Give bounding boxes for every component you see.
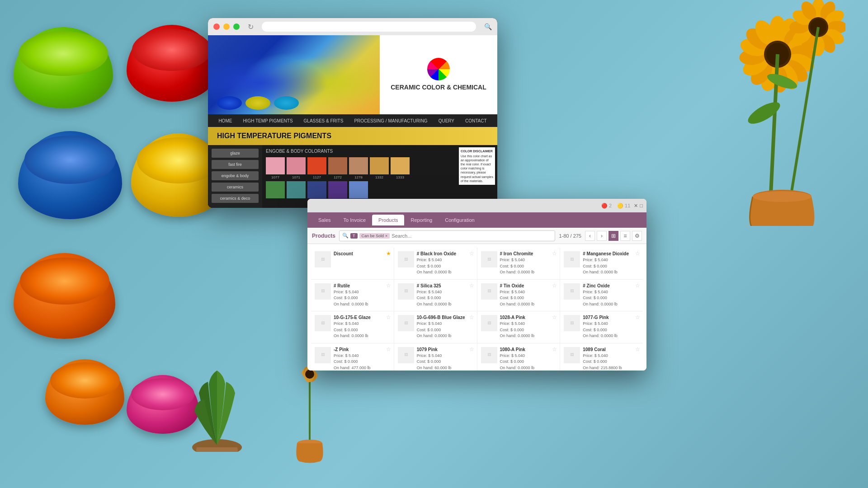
product-img-placeholder-8: 🖼 [321, 321, 325, 325]
product-price-silica: Price: $ 5.040 [417, 289, 473, 296]
erp-maximize-icon[interactable]: □ [640, 203, 643, 208]
browser-minimize-btn[interactable] [223, 23, 230, 30]
tab-to-invoice[interactable]: To Invoice [337, 215, 373, 225]
product-card-1089-coral[interactable]: 🖼 1089 Coral Price: $ 5.040 Cost: $ 0.00… [560, 343, 643, 371]
product-star-manganese[interactable]: ☆ [635, 250, 640, 257]
swatch-green[interactable] [266, 181, 285, 198]
product-card-1080a[interactable]: 🖼 1080-A Pink Price: $ 5.040 Cost: $ 0.0… [477, 343, 560, 371]
product-star-1077g[interactable]: ☆ [635, 314, 640, 320]
product-info-tin: # Tin Oxide Price: $ 5.040 Cost: $ 0.000… [500, 283, 557, 308]
settings-view-btn[interactable]: ⚙ [632, 231, 642, 241]
swatch-1127[interactable]: 1127 [307, 157, 326, 179]
nav-contact[interactable]: CONTACT [460, 118, 492, 123]
swatch-blue2[interactable] [307, 181, 326, 198]
sidebar-glaze[interactable]: glaze [212, 149, 259, 158]
kanban-view-btn[interactable]: ⊞ [609, 231, 618, 241]
search-input[interactable] [392, 233, 552, 239]
erp-close-icon[interactable]: ✕ [634, 203, 638, 209]
swatch-ltblue[interactable] [349, 181, 368, 198]
product-image-1079: 🖼 [398, 347, 414, 363]
product-price-1089: Price: $ 5.040 [583, 353, 639, 359]
logo-color-wheel [427, 58, 450, 80]
browser-close-btn[interactable] [213, 23, 220, 30]
search-tag-remove[interactable]: × [385, 234, 387, 238]
swatch-1332[interactable]: 1332 [370, 157, 389, 179]
search-tag-can-be-sold[interactable]: Can be Sold × [359, 233, 390, 239]
nav-processing[interactable]: PROCESSING / MANUFACTURING [349, 118, 433, 123]
next-page-btn[interactable]: › [597, 231, 607, 241]
sidebar-fast-fire[interactable]: fast fire [212, 160, 259, 169]
product-price-glaze-e: Price: $ 5.040 [334, 321, 390, 327]
erp-notification-1[interactable]: 🔴 2 [599, 203, 613, 209]
sidebar-ceramics-deco[interactable]: ceramics & deco [212, 194, 259, 203]
tab-reporting[interactable]: Reporting [404, 215, 439, 225]
list-view-btn[interactable]: ≡ [620, 231, 630, 241]
product-star-1080a[interactable]: ☆ [552, 346, 557, 352]
nav-pigments[interactable]: HIGH TEMP PIGMENTS [237, 118, 298, 123]
browser-url-bar[interactable] [262, 22, 476, 32]
sidebar-ceramics[interactable]: ceramics [212, 183, 259, 192]
product-card-manganese[interactable]: 🖼 # Manganese Dioxide Price: $ 5.040 Cos… [560, 248, 643, 279]
product-card-blue-glaze[interactable]: 🖼 10-G-696-B Blue Glaze Price: $ 5.040 C… [394, 311, 477, 343]
swatch-1077[interactable]: 1077 [266, 157, 285, 179]
swatch-teal[interactable] [287, 181, 306, 198]
tab-sales[interactable]: Sales [312, 215, 337, 225]
product-image-glaze-e: 🖼 [315, 315, 331, 331]
sidebar-engobe[interactable]: engobe & body [212, 171, 259, 180]
product-star-zinc[interactable]: ☆ [635, 282, 640, 289]
product-card-black-iron[interactable]: 🖼 # Black Iron Oxide Price: $ 5.040 Cost… [394, 248, 477, 279]
product-star-tin[interactable]: ☆ [552, 282, 557, 289]
product-onhand-blue-glaze: On hand: 0.0000 lb [417, 333, 473, 339]
product-card-rutile[interactable]: 🖼 # Rutile Price: $ 5.040 Cost: $ 0.000 … [311, 280, 394, 311]
product-onhand-1079: On hand: 60.000 lb [417, 365, 473, 371]
product-star-1028a[interactable]: ☆ [552, 314, 557, 320]
product-star-iron-chromite[interactable]: ☆ [552, 250, 557, 257]
product-card-silica[interactable]: 🖼 # Silica 325 Price: $ 5.040 Cost: $ 0.… [394, 280, 477, 311]
product-star-black-iron[interactable]: ☆ [469, 250, 474, 257]
product-card-zinc[interactable]: 🖼 # Zinc Oxide Price: $ 5.040 Cost: $ 0.… [560, 280, 643, 311]
product-card-discount[interactable]: 🖼 Discount ★ [311, 248, 394, 279]
product-star-discount[interactable]: ★ [386, 250, 391, 257]
product-price-iron-chromite: Price: $ 5.040 [500, 257, 557, 263]
product-star-silica[interactable]: ☆ [469, 282, 474, 289]
color-disclaimer: COLOR DISCLAIMER Use this color chart as… [459, 147, 495, 185]
swatch-1071[interactable]: 1071 [287, 157, 306, 179]
nav-home[interactable]: HOME [213, 118, 237, 123]
product-star-1079[interactable]: ☆ [469, 346, 474, 352]
product-card-1028a-pink[interactable]: 🖼 1028-A Pink Price: $ 5.040 Cost: $ 0.0… [477, 311, 560, 343]
product-star-blue-glaze[interactable]: ☆ [469, 314, 474, 320]
product-info-blue-glaze: 10-G-696-B Blue Glaze Price: $ 5.040 Cos… [417, 315, 473, 339]
product-star-glaze-e[interactable]: ☆ [386, 314, 391, 320]
product-card-1077g[interactable]: 🖼 1077-G Pink Price: $ 5.040 Cost: $ 0.0… [560, 311, 643, 343]
swatch-1333[interactable]: 1333 [391, 157, 410, 179]
browser-refresh-icon[interactable]: ↻ [248, 23, 254, 31]
nav-glasses[interactable]: GLASSES & FRITS [298, 118, 349, 123]
tab-configuration[interactable]: Configuration [439, 215, 481, 225]
product-card-1079[interactable]: 🖼 1079 Pink Price: $ 5.040 Cost: $ 0.000… [394, 343, 477, 371]
product-star-z-pink[interactable]: ☆ [386, 346, 391, 352]
pigments-sidebar: glaze fast fire engobe & body ceramics c… [208, 145, 262, 208]
product-card-glaze-e[interactable]: 🖼 10-G-175-E Glaze Price: $ 5.040 Cost: … [311, 311, 394, 343]
swatch-1272[interactable]: 1272 [328, 157, 347, 179]
product-star-1089[interactable]: ☆ [635, 346, 640, 352]
tab-products[interactable]: Products [372, 215, 404, 225]
nav-query[interactable]: QUERY [433, 118, 460, 123]
prev-page-btn[interactable]: ‹ [585, 231, 595, 241]
product-img-placeholder-13: 🖼 [404, 353, 408, 357]
browser-maximize-btn[interactable] [233, 23, 240, 30]
swatch-purple[interactable] [328, 181, 347, 198]
swatch-label-1071: 1071 [292, 175, 300, 179]
product-card-tin[interactable]: 🖼 # Tin Oxide Price: $ 5.040 Cost: $ 0.0… [477, 280, 560, 311]
disclaimer-title: COLOR DISCLAIMER [461, 149, 493, 153]
product-price-tin: Price: $ 5.040 [500, 289, 557, 296]
swatch-1278[interactable]: 1278 [349, 157, 368, 179]
erp-notification-2[interactable]: 🟡 11 [615, 203, 632, 209]
product-star-rutile[interactable]: ☆ [386, 282, 391, 289]
browser-search-icon[interactable]: 🔍 [484, 23, 492, 30]
svg-point-34 [745, 98, 783, 128]
hero-bowl-yellow [245, 96, 270, 110]
product-card-iron-chromite[interactable]: 🖼 # Iron Chromite Price: $ 5.040 Cost: $… [477, 248, 560, 279]
product-card-z-pink[interactable]: 🖼 -Z Pink Price: $ 5.040 Cost: $ 0.000 O… [311, 343, 394, 371]
erp-products-content: 🖼 Discount ★ 🖼 # Black Iron Oxide Price:… [307, 244, 646, 371]
erp-search-bar[interactable]: 🔍 T Can be Sold × [339, 230, 555, 241]
